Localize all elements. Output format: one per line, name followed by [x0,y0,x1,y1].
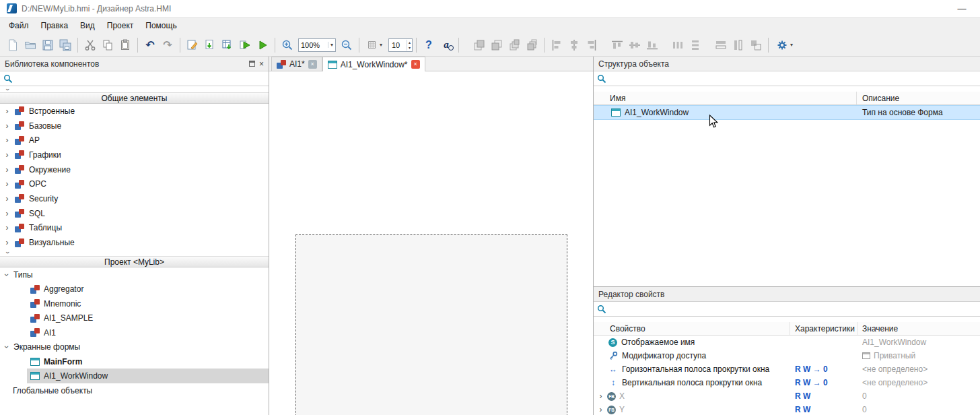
chevron-down-icon[interactable]: ▾ [380,42,382,48]
library-group-item[interactable]: ›Встроенные [0,104,269,119]
chevron-right-icon[interactable]: › [4,238,10,247]
value-cell[interactable]: 0 [858,391,980,401]
same-width-button[interactable] [712,36,730,54]
value-cell[interactable]: <не определено> [858,378,980,387]
project-section-collapse[interactable]: › [0,250,269,256]
chevron-right-icon[interactable]: › [4,136,10,144]
close-panel-icon[interactable]: × [259,60,264,68]
align-left-button[interactable] [548,36,565,54]
form-boundary[interactable] [295,234,567,415]
help-button[interactable]: ? [420,36,438,54]
library-search-input[interactable] [16,73,265,85]
edit-form-button[interactable] [184,36,201,54]
apply-all-button[interactable] [254,36,271,54]
new-file-button[interactable] [4,36,22,54]
section-common-elements[interactable]: Общие элементы [0,92,269,104]
menu-edit[interactable]: Правка [35,19,75,32]
chevron-right-icon[interactable]: › [4,195,10,203]
section-project[interactable]: Проект <MyLib> [0,256,269,267]
distribute-v-button[interactable] [687,36,704,54]
chevron-down-icon[interactable]: ▾ [328,42,333,48]
value-cell[interactable]: AI1_WorkWindow [858,338,980,347]
paste-button[interactable] [116,36,134,54]
redo-button[interactable]: ↷ [159,36,176,54]
value-cell[interactable]: <не определено> [858,364,980,374]
load-all-components-button[interactable] [219,36,236,54]
chevron-right-icon[interactable]: › [4,210,10,218]
library-group-item[interactable]: ›Таблицы [0,221,269,236]
type-item-ai1-sample[interactable]: AI1_SAMPLE [0,311,269,325]
form-item-mainform[interactable]: MainForm [0,354,269,369]
menu-help[interactable]: Помощь [139,19,182,32]
chevron-right-icon[interactable]: › [4,122,10,130]
chevron-right-icon[interactable]: › [598,392,604,400]
library-group-item[interactable]: ›Базовые [0,119,269,133]
save-all-button[interactable] [57,36,74,54]
value-cell[interactable]: 0 [858,405,980,414]
form-item-ai1-workwindow[interactable]: AI1_WorkWindow [27,369,269,383]
forms-node[interactable]: ›Экранные формы [0,340,269,354]
open-button[interactable] [22,36,39,54]
chevron-right-icon[interactable]: › [4,224,10,232]
column-header-property[interactable]: Свойство [594,322,790,335]
grid-size-spinner[interactable]: 10▴▾ [388,38,413,52]
lower-button[interactable] [523,36,540,54]
save-button[interactable] [39,36,57,54]
type-item-ai1[interactable]: AI1 [0,325,269,340]
align-top-button[interactable] [608,36,626,54]
raise-button[interactable] [505,36,523,54]
tab-ai1[interactable]: AI1* × [271,57,322,71]
library-group-item[interactable]: ›Security [0,191,269,206]
chevron-right-icon[interactable]: › [4,166,10,174]
value-cell[interactable]: Приватный [858,351,980,360]
form-canvas[interactable] [269,71,593,415]
library-group-item[interactable]: ›OPC [0,177,269,191]
column-header-description[interactable]: Описание [857,94,980,103]
property-row-access-modifier[interactable]: Модификатор доступа Приватный [594,349,980,362]
minimize-button[interactable]: — [950,3,973,13]
property-row-v-scrollbar[interactable]: ↕Вертикальная полоса прокрутки окна R W … [594,376,980,389]
library-group-item[interactable]: ›Графики [0,148,269,162]
type-item-aggregator[interactable]: Aggregator [0,282,269,296]
tab-close-icon[interactable]: × [308,60,317,69]
same-size-button[interactable] [747,36,765,54]
chevron-right-icon[interactable]: › [4,151,10,159]
column-header-name[interactable]: Имя [594,92,857,104]
chevron-down-icon[interactable]: ▾ [790,42,793,48]
globals-node[interactable]: Глобальные объекты [0,383,269,398]
tab-close-icon[interactable]: × [411,60,420,69]
form-settings-button[interactable]: ▾ [772,36,796,54]
spin-down-icon[interactable]: ▾ [407,45,412,51]
copy-button[interactable] [99,36,116,54]
zoom-out-button[interactable] [338,36,355,54]
align-middle-button[interactable] [626,36,643,54]
spinner-arrows[interactable]: ▴▾ [407,40,412,51]
cut-button[interactable] [81,36,99,54]
library-group-item[interactable]: ›Визуальные [0,235,269,250]
same-height-button[interactable] [730,36,747,54]
type-item-mnemonic[interactable]: Mnemonic [0,296,269,311]
distribute-h-button[interactable] [669,36,687,54]
chevron-right-icon[interactable]: › [4,107,10,115]
apply-form-button[interactable] [236,36,254,54]
float-panel-icon[interactable] [249,61,255,67]
types-node[interactable]: ›Типы [0,267,269,282]
undo-button[interactable]: ↶ [141,36,159,54]
align-center-h-button[interactable] [565,36,583,54]
zoom-in-button[interactable] [279,36,296,54]
align-right-button[interactable] [583,36,600,54]
library-group-item[interactable]: ›Окружение [0,162,269,177]
property-row-x[interactable]: ›FBX R W 0 [594,389,980,403]
spin-up-icon[interactable]: ▴ [407,40,412,45]
library-group-item[interactable]: ›АР [0,133,269,148]
menu-project[interactable]: Проект [101,19,140,32]
structure-search-input[interactable] [610,73,977,85]
chevron-right-icon[interactable]: › [598,406,604,414]
load-component-button[interactable] [201,36,219,54]
send-to-back-button[interactable] [488,36,505,54]
chevron-right-icon[interactable]: › [4,180,10,188]
bring-to-front-button[interactable] [470,36,488,54]
chevron-down-icon[interactable]: › [3,272,11,278]
zoom-select[interactable]: 100%▾ [298,38,336,52]
align-bottom-button[interactable] [643,36,661,54]
